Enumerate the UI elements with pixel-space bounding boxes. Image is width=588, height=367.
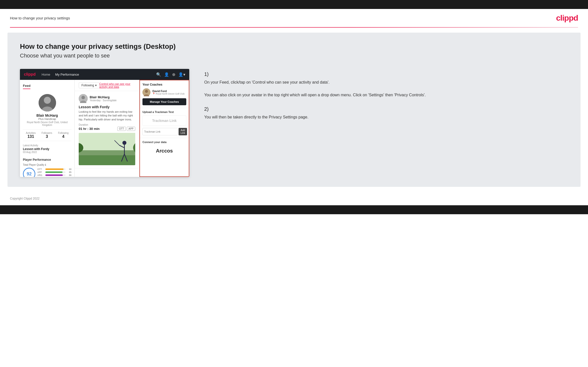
profile-club: Royal North Devon Golf Club, United King…: [23, 121, 71, 126]
quality-score: 92: [23, 168, 35, 177]
latest-activity-date: 03 Aug 2022: [23, 151, 71, 154]
feed-tab[interactable]: Feed: [23, 83, 30, 89]
quality-bars: OTT 90 APP 85 ARG: [37, 168, 71, 177]
app-sidebar: Feed Blair McHarg: [20, 80, 75, 177]
trackman-input[interactable]: [142, 128, 178, 135]
svg-point-4: [81, 96, 85, 99]
bar-ott: OTT 90: [37, 168, 71, 170]
golf-scene-svg: [79, 133, 135, 165]
quality-row: 92 OTT 90 APP 85: [23, 168, 71, 177]
info-icon: ℹ: [45, 163, 46, 166]
app-logo: clippd: [24, 72, 36, 77]
arccos-brand: Arccos: [142, 146, 186, 156]
stat-following-label: Following: [58, 132, 68, 134]
activity-tags: OTT APP: [117, 127, 135, 131]
clippd-logo: clippd: [556, 13, 578, 23]
activity-title: Lesson with Fordy: [79, 105, 135, 109]
stat-activities-label: Activities: [26, 132, 36, 134]
activity-desc: Looking to feel like my hands are exitin…: [79, 110, 135, 121]
top-bar: [0, 0, 588, 9]
compass-icon[interactable]: ⊕: [172, 72, 175, 77]
profile-card: Blair McHarg Plus Handicap Royal North D…: [23, 92, 71, 158]
tag-ott: OTT: [117, 127, 126, 131]
search-icon[interactable]: 🔍: [156, 72, 161, 77]
add-link-button[interactable]: Add Link: [179, 128, 187, 135]
nav-home[interactable]: Home: [42, 73, 50, 76]
app-main: Following ▾ Control who can see your act…: [75, 80, 139, 177]
coach-club: 📍 Royal North Devon Golf Club: [152, 93, 185, 95]
coach-name: David Ford: [152, 90, 185, 93]
profile-stats: Activities 131 Followers 3 Following 4: [23, 129, 71, 141]
profile-handicap: Plus Handicap: [23, 117, 71, 120]
svg-rect-6: [79, 133, 135, 150]
stat-followers-value: 3: [42, 134, 52, 139]
instruction-2-text: You will then be taken directly to the P…: [204, 114, 568, 120]
main-content: How to change your privacy settings (Des…: [7, 33, 581, 187]
instructions-panel: 1) On your Feed, click/tap on 'Control w…: [199, 69, 568, 128]
instruction-1-text: On your Feed, click/tap on 'Control who …: [204, 79, 568, 98]
activity-user-avatar: [79, 94, 88, 103]
app-right-panel: Your Coaches David Ford: [139, 80, 189, 177]
page-title: How to change your privacy settings (Des…: [20, 43, 568, 51]
svg-point-13: [123, 141, 127, 145]
coaches-title: Your Coaches: [142, 83, 186, 86]
nav-my-performance[interactable]: My Performance: [55, 73, 79, 76]
control-privacy-link[interactable]: Control who can see your activity and da…: [99, 82, 135, 88]
trackman-link-placeholder: Trackman Link: [142, 115, 186, 126]
connect-section: Connect your data Arccos: [140, 138, 189, 159]
following-label: Following: [81, 84, 94, 87]
trackman-title: Upload a Trackman Test: [142, 110, 186, 113]
location-icon: 📍: [152, 93, 155, 95]
feed-header: Following ▾ Control who can see your act…: [75, 80, 139, 91]
instruction-2-number: 2): [204, 106, 568, 112]
person-icon[interactable]: 👤: [164, 72, 169, 77]
control-link-wrapper: Control who can see your activity and da…: [99, 82, 135, 88]
activity-user-name: Blair McHarg: [90, 95, 117, 99]
trackman-input-row: Add Link: [142, 128, 186, 135]
app-nav-links: Home My Performance: [42, 73, 156, 76]
coaches-section: Your Coaches David Ford: [140, 80, 189, 108]
avatar: [39, 94, 56, 111]
instruction-1-number: 1): [204, 71, 568, 77]
stat-following: Following 4: [58, 132, 68, 139]
avatar-inner: [39, 94, 56, 111]
latest-activity-label: Latest Activity: [23, 144, 71, 147]
activity-header: Blair McHarg Yesterday · Sunningdale: [79, 94, 135, 103]
total-quality-label: Total Player Quality ℹ: [23, 163, 71, 166]
activity-duration-value: 01 hr : 30 min: [79, 127, 100, 131]
svg-point-25: [145, 90, 148, 93]
svg-point-1: [44, 97, 51, 104]
connect-title: Connect your data: [142, 141, 186, 144]
activity-duration-label: Duration: [79, 123, 135, 126]
manage-coaches-button[interactable]: Manage Your Coaches: [142, 98, 186, 105]
bottom-bar: [0, 205, 588, 214]
bar-arg: ARG 86: [37, 174, 71, 176]
trackman-section: Upload a Trackman Test Trackman Link Add…: [140, 108, 189, 138]
copyright-text: Copyright Clippd 2022: [10, 197, 40, 200]
activity-user-meta: Yesterday · Sunningdale: [90, 99, 117, 102]
bar-app: APP 85: [37, 171, 71, 173]
coach-item: David Ford 📍 Royal North Devon Golf Club: [142, 88, 186, 96]
app-nav-icons: 🔍 👤 ⊕ 👤▾: [156, 72, 185, 77]
stat-followers-label: Followers: [42, 132, 52, 134]
instruction-1: 1) On your Feed, click/tap on 'Control w…: [204, 71, 568, 98]
activity-card: Blair McHarg Yesterday · Sunningdale Les…: [75, 91, 139, 168]
app-mockup: clippd Home My Performance 🔍 👤 ⊕ 👤▾ Feed: [20, 69, 189, 177]
site-header: How to change your privacy settings clip…: [0, 9, 588, 27]
stat-followers: Followers 3: [42, 132, 52, 139]
app-body: Feed Blair McHarg: [20, 80, 189, 177]
following-button[interactable]: Following ▾: [79, 82, 99, 88]
avatar-icon[interactable]: 👤▾: [178, 72, 185, 77]
coach-info: David Ford 📍 Royal North Devon Golf Club: [152, 90, 185, 95]
stat-following-value: 4: [58, 134, 68, 139]
app-nav: clippd Home My Performance 🔍 👤 ⊕ 👤▾: [20, 69, 189, 80]
page-subtitle: Choose what you want people to see: [20, 52, 568, 59]
stat-activities: Activities 131: [26, 132, 36, 139]
activity-image: [79, 133, 135, 165]
profile-name: Blair McHarg: [23, 113, 71, 117]
latest-activity-name: Lesson with Fordy: [23, 147, 71, 151]
activity-duration-row: 01 hr : 30 min OTT APP: [79, 127, 135, 131]
activity-user-info: Blair McHarg Yesterday · Sunningdale: [90, 95, 117, 102]
tag-app: APP: [127, 127, 135, 131]
stat-activities-value: 131: [26, 134, 36, 139]
